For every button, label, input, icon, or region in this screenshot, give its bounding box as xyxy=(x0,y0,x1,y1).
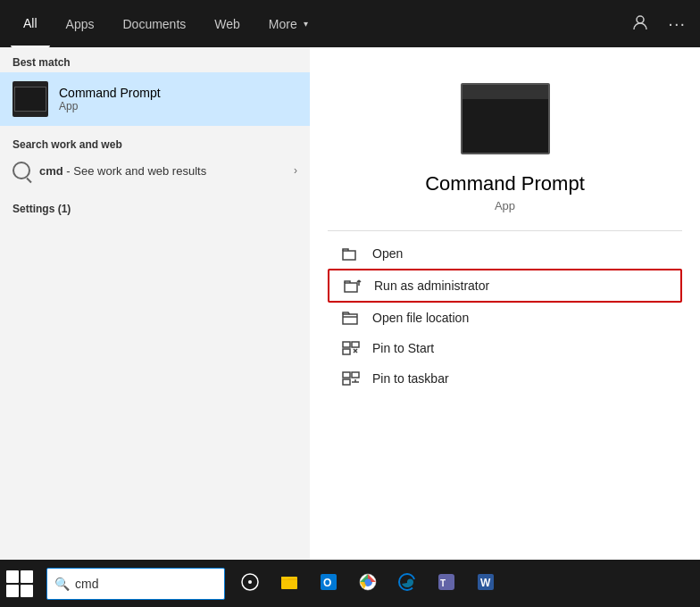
start-button[interactable] xyxy=(0,560,39,607)
taskbar-teams[interactable]: T xyxy=(429,560,464,607)
chevron-right-icon: › xyxy=(294,164,297,177)
search-icon xyxy=(12,162,30,179)
task-view-icon xyxy=(240,572,260,595)
tab-more[interactable]: More ▾ xyxy=(256,0,321,47)
svg-rect-8 xyxy=(352,372,359,378)
file-location-icon xyxy=(342,311,360,325)
cmd-app-icon-large xyxy=(461,83,550,154)
action-pin-to-taskbar[interactable]: Pin to taskbar xyxy=(328,363,682,394)
tab-apps[interactable]: Apps xyxy=(54,0,107,47)
best-match-item[interactable]: Command Prompt App xyxy=(0,72,310,126)
svg-rect-2 xyxy=(345,283,357,292)
cmd-app-icon-small xyxy=(12,81,48,117)
tab-documents[interactable]: Documents xyxy=(110,0,198,47)
action-pin-taskbar-label: Pin to taskbar xyxy=(372,371,449,386)
chevron-down-icon: ▾ xyxy=(304,19,308,29)
app-type: App xyxy=(495,199,515,212)
ellipsis-icon[interactable]: ··· xyxy=(664,10,689,37)
action-open[interactable]: Open xyxy=(328,238,682,269)
svg-point-18 xyxy=(365,578,371,585)
action-run-as-admin-label: Run as administrator xyxy=(374,279,489,293)
person-icon[interactable] xyxy=(629,11,652,37)
run-as-admin-icon xyxy=(344,279,362,293)
best-match-name: Command Prompt xyxy=(59,86,161,100)
outlook-icon: O xyxy=(319,572,338,595)
action-open-label: Open xyxy=(372,246,403,261)
svg-rect-9 xyxy=(343,379,350,385)
svg-text:W: W xyxy=(480,577,491,589)
taskbar-search-text: cmd xyxy=(75,577,98,591)
pin-start-icon xyxy=(342,341,360,355)
best-match-type: App xyxy=(59,100,161,112)
svg-rect-13 xyxy=(281,577,288,579)
word-icon: W xyxy=(476,572,496,595)
tab-all[interactable]: All xyxy=(11,0,50,47)
svg-rect-6 xyxy=(343,349,350,354)
svg-point-11 xyxy=(248,580,252,584)
main-area: Best match Command Prompt App Search wor… xyxy=(0,47,700,607)
svg-text:O: O xyxy=(323,577,331,589)
svg-rect-7 xyxy=(343,372,350,378)
chrome-icon xyxy=(358,572,378,595)
taskbar-icons: O xyxy=(232,560,504,607)
windows-icon xyxy=(6,570,33,597)
taskbar-search-box[interactable]: 🔍 cmd xyxy=(46,568,225,600)
taskbar-search-icon: 🔍 xyxy=(54,577,70,591)
search-query: cmd xyxy=(39,164,63,178)
svg-rect-1 xyxy=(343,251,355,260)
settings-label: Settings (1) xyxy=(0,194,310,219)
pin-taskbar-icon xyxy=(342,371,360,386)
search-description: - See work and web results xyxy=(66,164,206,178)
edge-icon xyxy=(397,572,417,595)
right-panel: Command Prompt App Open xyxy=(310,47,700,607)
tab-web[interactable]: Web xyxy=(202,0,253,47)
action-pin-start-label: Pin to Start xyxy=(372,341,434,355)
taskbar: 🔍 cmd xyxy=(0,560,700,607)
action-pin-to-start[interactable]: Pin to Start xyxy=(328,333,682,363)
taskbar-outlook[interactable]: O xyxy=(311,560,346,607)
taskbar-file-explorer[interactable] xyxy=(271,560,307,607)
taskbar-word[interactable]: W xyxy=(468,560,504,607)
search-web-text: cmd - See work and web results xyxy=(39,164,206,178)
action-list: Open Run as administrator xyxy=(328,238,682,394)
svg-rect-4 xyxy=(343,342,350,347)
action-file-location-label: Open file location xyxy=(372,311,469,325)
action-run-as-admin[interactable]: Run as administrator xyxy=(328,269,682,303)
search-web-section: Search work and web cmd - See work and w… xyxy=(0,126,310,190)
left-panel: Best match Command Prompt App Search wor… xyxy=(0,47,310,607)
teams-icon: T xyxy=(437,572,456,595)
svg-rect-3 xyxy=(343,314,357,324)
svg-point-0 xyxy=(637,16,644,23)
taskbar-task-view[interactable] xyxy=(232,560,268,607)
svg-text:T: T xyxy=(440,578,446,588)
search-web-item[interactable]: cmd - See work and web results › xyxy=(0,154,310,187)
best-match-label: Best match xyxy=(0,47,310,72)
top-navigation: All Apps Documents Web More ▾ ··· xyxy=(0,0,700,47)
taskbar-edge[interactable] xyxy=(389,560,425,607)
search-web-label: Search work and web xyxy=(0,129,310,154)
open-icon xyxy=(342,246,360,261)
divider xyxy=(328,230,682,231)
svg-rect-5 xyxy=(352,342,359,347)
taskbar-chrome[interactable] xyxy=(350,560,386,607)
file-explorer-icon xyxy=(279,572,299,595)
action-open-file-location[interactable]: Open file location xyxy=(328,303,682,333)
app-title: Command Prompt xyxy=(425,172,585,195)
settings-section: Settings (1) xyxy=(0,190,310,222)
